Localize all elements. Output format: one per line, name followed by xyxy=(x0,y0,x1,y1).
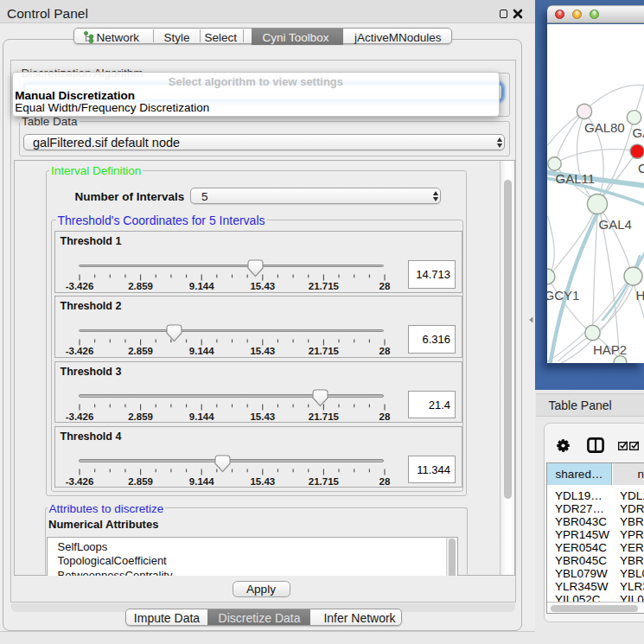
svg-text:HAP2: HAP2 xyxy=(593,342,627,357)
svg-text:H: H xyxy=(635,288,644,303)
svg-text:GAL80: GAL80 xyxy=(584,120,625,135)
svg-text:C: C xyxy=(638,161,644,175)
svg-text:GCY1: GCY1 xyxy=(547,288,579,303)
svg-text:GAL4: GAL4 xyxy=(598,217,631,232)
svg-text:GA: GA xyxy=(632,125,644,140)
svg-text:GAL11: GAL11 xyxy=(555,171,595,186)
